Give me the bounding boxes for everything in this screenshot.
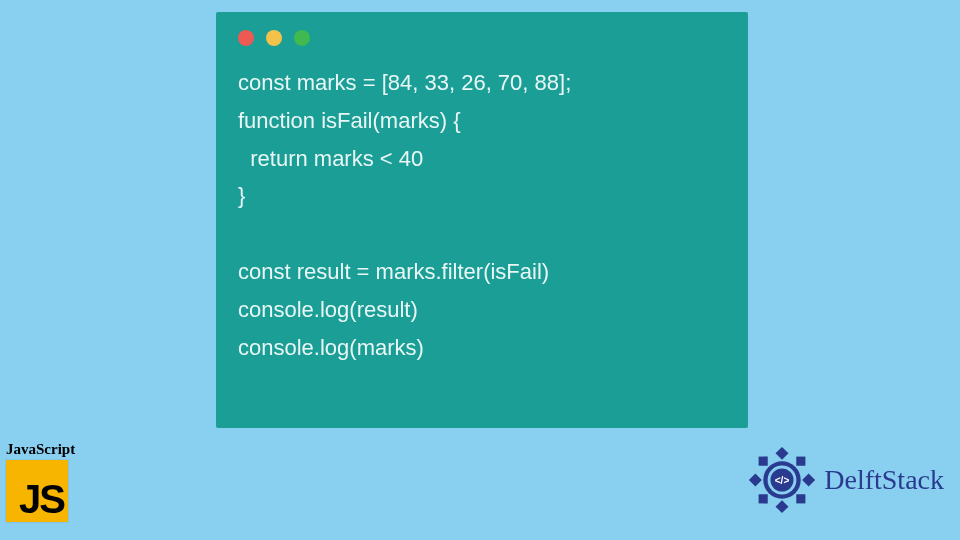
svg-text:</>: </>	[775, 475, 790, 486]
svg-marker-1	[776, 500, 789, 513]
brand-logo-icon: </>	[746, 444, 818, 516]
code-block: const marks = [84, 33, 26, 70, 88]; func…	[238, 64, 726, 367]
javascript-monogram: JS	[19, 477, 64, 522]
javascript-logo-icon: JS	[6, 460, 68, 522]
maximize-icon	[294, 30, 310, 46]
javascript-label: JavaScript	[6, 441, 75, 458]
brand-name: DelftStack	[824, 464, 944, 496]
code-window: const marks = [84, 33, 26, 70, 88]; func…	[216, 12, 748, 428]
close-icon	[238, 30, 254, 46]
svg-marker-0	[776, 447, 789, 460]
javascript-badge: JavaScript JS	[6, 441, 75, 522]
minimize-icon	[266, 30, 282, 46]
window-traffic-lights	[238, 30, 726, 46]
brand-mark: </> DelftStack	[746, 444, 944, 516]
svg-marker-2	[749, 474, 762, 487]
svg-marker-3	[802, 474, 815, 487]
